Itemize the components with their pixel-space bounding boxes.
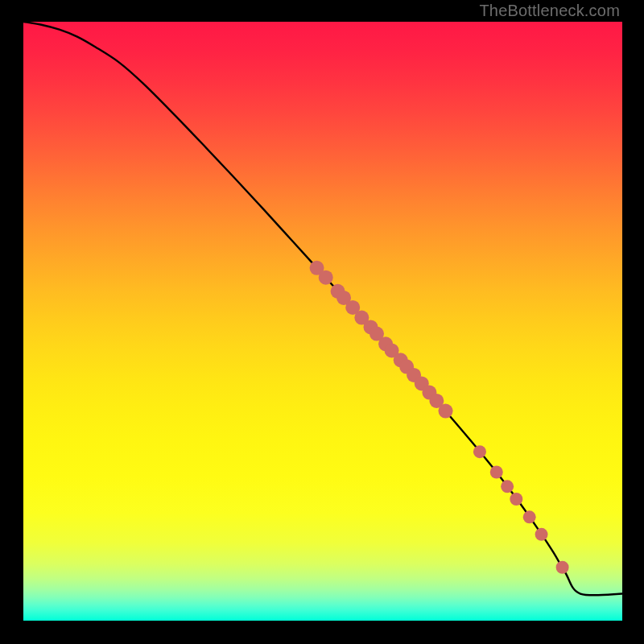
data-point xyxy=(510,493,522,506)
bottleneck-curve xyxy=(23,22,622,595)
data-point xyxy=(556,561,569,574)
curve-layer xyxy=(23,22,622,621)
data-point xyxy=(501,480,514,493)
data-point xyxy=(473,445,486,458)
plot-area xyxy=(23,22,622,621)
data-point xyxy=(439,404,453,419)
chart-frame: TheBottleneck.com xyxy=(0,0,644,644)
watermark-label: TheBottleneck.com xyxy=(479,2,620,20)
data-point xyxy=(490,465,503,478)
data-point xyxy=(523,510,536,523)
data-point xyxy=(319,270,333,285)
data-point xyxy=(535,528,548,541)
